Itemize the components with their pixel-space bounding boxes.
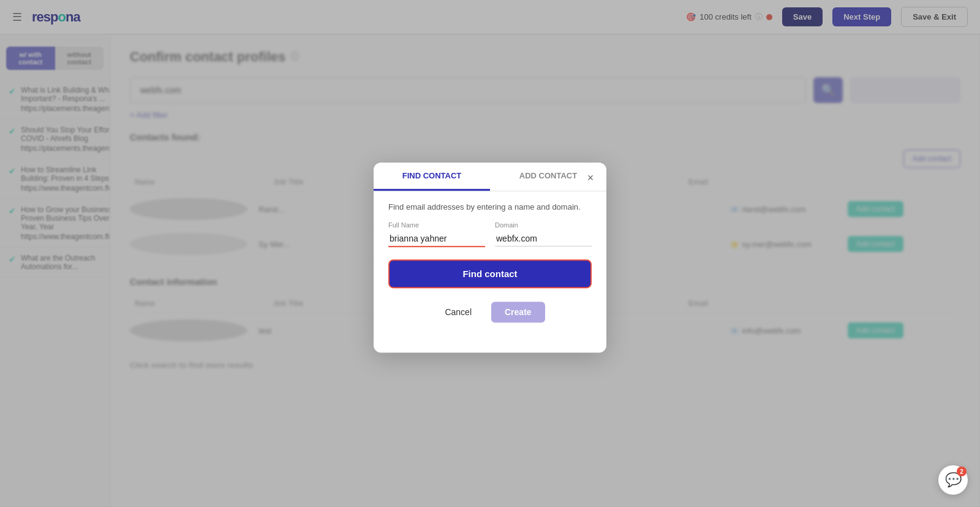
create-button[interactable]: Create bbox=[491, 302, 545, 322]
find-contact-button[interactable]: Find contact bbox=[388, 259, 592, 288]
domain-input[interactable] bbox=[495, 231, 592, 246]
find-contact-modal: × FIND CONTACT ADD CONTACT Find email ad… bbox=[374, 162, 606, 353]
chat-badge: 2 bbox=[957, 467, 967, 476]
chat-bubble[interactable]: 💬 2 bbox=[938, 465, 968, 495]
modal-close-button[interactable]: × bbox=[583, 171, 598, 186]
domain-label: Domain bbox=[495, 221, 592, 229]
modal-description: Find email addresses by entering a name … bbox=[388, 202, 592, 212]
cancel-button[interactable]: Cancel bbox=[435, 302, 481, 322]
modal-body: Find email addresses by entering a name … bbox=[374, 202, 606, 302]
modal-tabs: FIND CONTACT ADD CONTACT bbox=[374, 162, 606, 191]
tab-find-contact[interactable]: FIND CONTACT bbox=[374, 162, 490, 191]
full-name-label: Full Name bbox=[388, 221, 485, 229]
modal-fields: Full Name Domain bbox=[388, 221, 592, 247]
full-name-field: Full Name bbox=[388, 221, 485, 247]
full-name-input[interactable] bbox=[388, 231, 485, 247]
domain-field: Domain bbox=[495, 221, 592, 247]
modal-footer: Cancel Create bbox=[374, 302, 606, 322]
